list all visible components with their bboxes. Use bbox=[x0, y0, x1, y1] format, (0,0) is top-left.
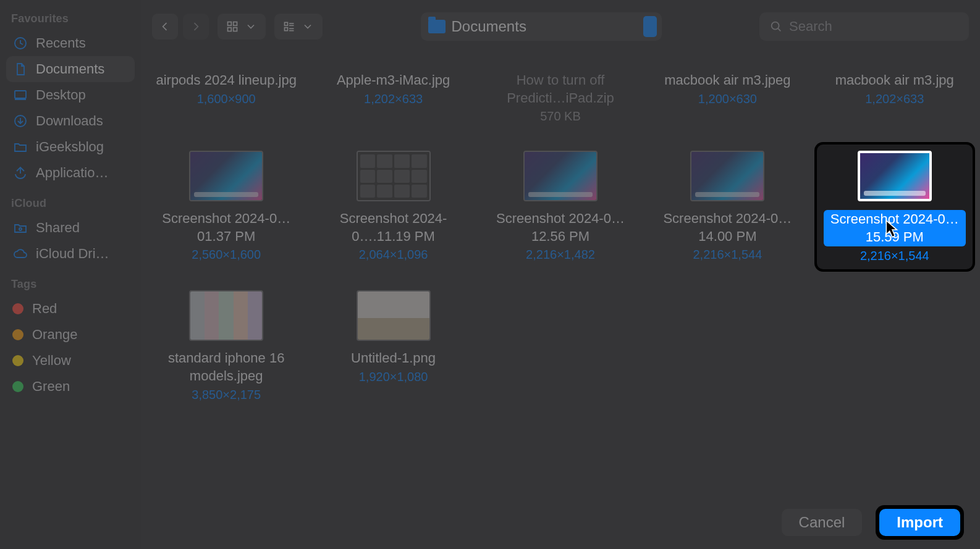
app-icon bbox=[12, 165, 28, 181]
sidebar-item-icloud-dri-[interactable]: iCloud Dri… bbox=[6, 241, 135, 267]
chevron-down-icon bbox=[302, 20, 314, 33]
nav-forward-button[interactable] bbox=[183, 14, 209, 40]
tag-label: Red bbox=[32, 301, 57, 317]
file-tile[interactable]: Screenshot 2024-0…14.00 PM2,216×1,544 bbox=[649, 145, 805, 269]
file-meta: 570 KB bbox=[540, 109, 581, 124]
cancel-button[interactable]: Cancel bbox=[782, 509, 863, 536]
file-name: macbook air m3.jpg bbox=[835, 72, 954, 90]
location-popup-button[interactable]: Documents bbox=[421, 12, 662, 41]
file-name: Screenshot 2024-0….11.19 PM bbox=[323, 210, 465, 245]
sidebar-section-favourites: Favourites bbox=[11, 12, 130, 25]
svg-rect-9 bbox=[228, 28, 232, 31]
clock-icon bbox=[12, 35, 28, 51]
sidebar-item-recents[interactable]: Recents bbox=[6, 30, 135, 56]
svg-rect-7 bbox=[228, 22, 232, 26]
file-meta: 2,064×1,096 bbox=[359, 248, 428, 262]
document-icon bbox=[12, 61, 28, 77]
file-tile[interactable]: Screenshot 2024-0…12.56 PM2,216×1,482 bbox=[483, 145, 638, 269]
file-tile[interactable]: Screenshot 2024-0…15.59 PM2,216×1,544 bbox=[817, 145, 973, 269]
file-thumbnail bbox=[189, 151, 263, 201]
sidebar-item-documents[interactable]: Documents bbox=[6, 56, 135, 82]
file-thumbnail bbox=[858, 151, 932, 201]
file-tile[interactable]: Screenshot 2024-0….11.19 PM2,064×1,096 bbox=[315, 145, 471, 269]
sidebar: Favourites RecentsDocumentsDesktopDownlo… bbox=[0, 0, 141, 549]
file-meta: 1,202×633 bbox=[364, 92, 423, 106]
file-meta: 3,850×2,175 bbox=[192, 388, 261, 402]
tag-label: Yellow bbox=[32, 353, 71, 369]
shared-folder-icon bbox=[12, 220, 28, 236]
sidebar-item-shared[interactable]: Shared bbox=[6, 215, 135, 241]
file-meta: 1,202×633 bbox=[865, 92, 924, 106]
file-meta: 2,216×1,544 bbox=[860, 249, 929, 263]
group-by-button[interactable] bbox=[274, 14, 323, 40]
sidebar-item-label: Documents bbox=[36, 61, 104, 77]
sidebar-item-label: Shared bbox=[36, 220, 80, 236]
file-thumbnail bbox=[189, 290, 263, 341]
sidebar-item-label: iCloud Dri… bbox=[36, 246, 109, 262]
sidebar-item-igeeksblog[interactable]: iGeeksblog bbox=[6, 134, 135, 160]
search-icon bbox=[769, 20, 783, 33]
file-name: Untitled-1.png bbox=[351, 350, 436, 367]
svg-rect-12 bbox=[285, 28, 288, 31]
tag-dot-icon bbox=[12, 303, 23, 314]
tag-yellow[interactable]: Yellow bbox=[6, 348, 135, 374]
tag-label: Orange bbox=[32, 327, 77, 343]
svg-rect-11 bbox=[285, 22, 288, 25]
toolbar: Documents bbox=[141, 0, 980, 53]
file-tile[interactable]: standard iphone 16 models.jpeg3,850×2,17… bbox=[148, 284, 304, 408]
view-icon-mode-button[interactable] bbox=[218, 14, 266, 40]
tag-green[interactable]: Green bbox=[6, 374, 135, 400]
nav-back-button[interactable] bbox=[152, 14, 178, 40]
file-tile[interactable]: macbook air m3.jpeg1,200×630 bbox=[649, 57, 805, 130]
sidebar-item-label: Downloads bbox=[36, 113, 103, 129]
dialog-footer: Cancel Import bbox=[141, 496, 980, 549]
file-tile[interactable]: Apple-m3-iMac.jpg1,202×633 bbox=[315, 57, 471, 130]
search-input[interactable] bbox=[789, 19, 959, 35]
sidebar-item-label: Recents bbox=[36, 35, 86, 51]
file-name: Screenshot 2024-0…15.59 PM bbox=[824, 210, 966, 246]
tag-orange[interactable]: Orange bbox=[6, 322, 135, 348]
chevron-down-icon bbox=[245, 20, 257, 33]
svg-rect-1 bbox=[15, 91, 26, 98]
file-name: Screenshot 2024-0…01.37 PM bbox=[155, 210, 297, 245]
cloud-icon bbox=[12, 246, 28, 262]
svg-rect-8 bbox=[234, 22, 237, 26]
file-tile[interactable]: airpods 2024 lineup.jpg1,600×900 bbox=[148, 57, 304, 130]
file-tile[interactable]: Screenshot 2024-0…01.37 PM2,560×1,600 bbox=[148, 145, 304, 269]
location-label: Documents bbox=[452, 18, 526, 35]
tag-dot-icon bbox=[12, 355, 23, 366]
tag-dot-icon bbox=[12, 381, 23, 392]
sidebar-item-label: Applicatio… bbox=[36, 165, 108, 181]
file-name: How to turn off Predicti…iPad.zip bbox=[489, 72, 632, 107]
stepper-icon bbox=[643, 16, 657, 37]
sidebar-section-icloud: iCloud bbox=[11, 197, 130, 210]
sidebar-item-applicatio-[interactable]: Applicatio… bbox=[6, 160, 135, 186]
svg-point-6 bbox=[19, 228, 22, 230]
tag-label: Green bbox=[32, 379, 70, 395]
svg-point-17 bbox=[772, 22, 779, 30]
svg-rect-10 bbox=[234, 28, 237, 31]
sidebar-item-downloads[interactable]: Downloads bbox=[6, 108, 135, 134]
tag-dot-icon bbox=[12, 329, 23, 340]
sidebar-item-desktop[interactable]: Desktop bbox=[6, 82, 135, 108]
file-tile: How to turn off Predicti…iPad.zip570 KB bbox=[483, 57, 638, 130]
file-meta: 1,200×630 bbox=[698, 92, 757, 106]
file-grid-container: airpods 2024 lineup.jpg1,600×900Apple-m3… bbox=[141, 53, 980, 496]
tag-red[interactable]: Red bbox=[6, 296, 135, 322]
file-name: Apple-m3-iMac.jpg bbox=[337, 72, 450, 90]
file-thumbnail bbox=[357, 151, 431, 201]
file-tile[interactable]: Untitled-1.png1,920×1,080 bbox=[315, 284, 471, 408]
sidebar-item-label: Desktop bbox=[36, 87, 86, 103]
sidebar-item-label: iGeeksblog bbox=[36, 139, 104, 155]
desktop-icon bbox=[12, 87, 28, 103]
file-thumbnail bbox=[690, 151, 764, 201]
search-field[interactable] bbox=[759, 12, 969, 41]
file-thumbnail bbox=[523, 151, 598, 201]
file-meta: 2,560×1,600 bbox=[192, 248, 261, 262]
download-icon bbox=[12, 113, 28, 129]
file-meta: 1,600×900 bbox=[197, 92, 256, 106]
import-button[interactable]: Import bbox=[879, 509, 960, 536]
file-tile[interactable]: macbook air m3.jpg1,202×633 bbox=[817, 57, 973, 130]
file-name: airpods 2024 lineup.jpg bbox=[156, 72, 297, 90]
svg-line-18 bbox=[778, 28, 780, 31]
